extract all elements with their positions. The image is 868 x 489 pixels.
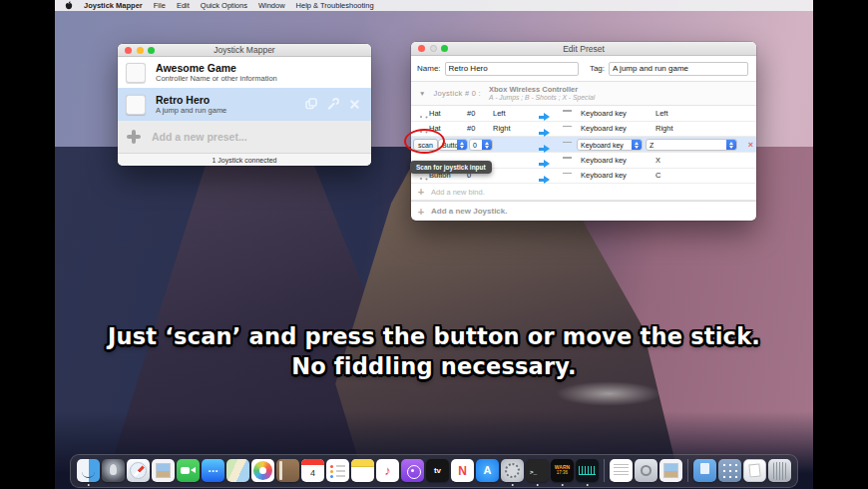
name-tag-row: Name: Tag: — [411, 56, 756, 82]
running-indicator-dot — [87, 484, 90, 487]
delete-bind-icon[interactable]: × — [748, 140, 753, 150]
output-value: Right — [655, 124, 756, 133]
running-indicator-dot — [511, 484, 514, 487]
dock-contacts-icon[interactable] — [276, 459, 299, 482]
duplicate-preset-icon[interactable] — [305, 96, 317, 114]
dock-music-icon[interactable]: ♪ — [376, 459, 399, 482]
dock-reminders-icon[interactable] — [326, 459, 349, 482]
menu-item-quick-options[interactable]: Quick Options — [201, 1, 247, 10]
dock-disk-utility-icon[interactable] — [635, 459, 657, 482]
output-device: Keyboard key — [581, 109, 655, 118]
dock-calendar-icon[interactable]: 4 — [301, 459, 324, 482]
output-device: Keyboard key — [581, 156, 655, 165]
add-bind-plus-icon: + — [411, 186, 431, 198]
preset-name: Awesome Game — [156, 62, 277, 74]
running-indicator-dot — [536, 484, 539, 487]
dock-trash-icon[interactable] — [768, 459, 791, 482]
caption-line-1: Just ‘scan’ and press the button or move… — [55, 321, 813, 351]
add-joystick-plus-icon: + — [411, 206, 431, 218]
chevron-down-icon[interactable]: ▼ — [419, 90, 425, 97]
output-key-popup[interactable]: Z — [646, 139, 737, 151]
menu-app-name[interactable]: Joystick Mapper — [84, 1, 143, 10]
dock-notes-icon[interactable] — [351, 459, 374, 482]
menu-item-file[interactable]: File — [154, 1, 166, 10]
dock-retro-game-icon[interactable]: WARN17:36 — [551, 459, 574, 482]
dock-applications-folder-icon[interactable] — [718, 459, 741, 482]
add-bind-row[interactable]: + Add a new bind. — [411, 184, 756, 201]
preset-row-awesome-game[interactable]: Awesome Game Controller Name or other in… — [118, 57, 371, 88]
running-indicator-dot — [561, 484, 564, 487]
input-index-popup[interactable]: 0 — [469, 139, 493, 151]
menu-bar: Joystick Mapper File Edit Quick Options … — [55, 0, 813, 11]
dock-system-preferences-icon[interactable] — [501, 459, 524, 482]
popup-stepper-icon — [457, 139, 467, 151]
edit-preset-wrench-icon[interactable] — [327, 96, 339, 114]
preset-thumbnail — [126, 95, 146, 115]
output-value: X — [655, 156, 756, 165]
bind-row-hat-left[interactable]: Hat #0 Left Keyboard key Left — [411, 106, 756, 122]
dock-podcasts-icon[interactable] — [401, 459, 424, 482]
dock-launchpad-icon[interactable] — [102, 459, 125, 482]
output-device-popup[interactable]: Keyboard key — [577, 139, 643, 151]
preset-thumbnail — [126, 63, 146, 83]
input-type: Hat — [429, 109, 467, 118]
dock-finder-icon[interactable] — [77, 459, 100, 482]
dock-separator — [687, 459, 688, 482]
popup-stepper-icon — [482, 139, 492, 151]
edit-window-titlebar[interactable]: Edit Preset — [411, 42, 756, 56]
preset-window-titlebar[interactable]: Joystick Mapper — [118, 44, 371, 57]
add-preset-label: Add a new preset... — [152, 131, 247, 143]
dock-activity-monitor-icon[interactable] — [576, 459, 599, 482]
dock-textedit-icon[interactable] — [610, 459, 633, 482]
dock-tv-icon[interactable]: tv — [426, 459, 449, 482]
preset-tag-input[interactable] — [609, 62, 748, 76]
dock-pictures-icon[interactable] — [659, 459, 682, 482]
dock-facetime-icon[interactable] — [177, 459, 200, 482]
dock-maps-icon[interactable] — [226, 459, 249, 482]
input-index: #0 — [467, 109, 493, 118]
joystick-number-label: Joystick # 0 : — [433, 89, 481, 98]
menu-item-edit[interactable]: Edit — [177, 1, 190, 10]
preset-row-retro-hero-selected[interactable]: Retro Hero A jump and run game — [118, 88, 371, 121]
add-bind-label: Add a new bind. — [431, 188, 485, 197]
bind-row-selected-scan[interactable]: scan Button 0 Keyboard key Z × — [411, 137, 756, 153]
dock-downloads-folder-icon[interactable] — [693, 459, 716, 482]
caption-line-2: No fiddling necessary. — [55, 351, 813, 381]
dock-messages-icon[interactable]: … — [202, 459, 224, 482]
output-device: Keyboard key — [581, 171, 655, 180]
dock-terminal-icon[interactable]: >_ — [526, 459, 549, 482]
add-preset-plus-icon — [126, 129, 142, 145]
add-joystick-row[interactable]: + Add a new Joystick. — [411, 201, 756, 221]
zoom-button[interactable] — [148, 47, 155, 54]
dock-safari-icon[interactable] — [127, 459, 150, 482]
preset-name-input[interactable] — [445, 62, 579, 76]
dock-preview-icon[interactable] — [152, 459, 175, 482]
close-button[interactable] — [418, 45, 425, 52]
minimize-button-disabled — [430, 45, 437, 52]
joystick-status-bar: 1 Joystick connected — [118, 153, 371, 166]
preset-description: Controller Name or other information — [156, 74, 277, 83]
controller-notes: A - Jumps ; B - Shoots ; X - Special — [489, 94, 595, 102]
dock-separator — [604, 459, 605, 482]
popup-stepper-icon — [632, 139, 642, 151]
close-button[interactable] — [125, 47, 132, 54]
dock-news-icon[interactable]: N — [451, 459, 474, 482]
dock-documents-stack-icon[interactable] — [743, 459, 766, 482]
dock-photos-icon[interactable] — [251, 459, 274, 482]
zoom-button[interactable] — [441, 45, 448, 52]
minimize-button[interactable] — [137, 47, 144, 54]
bind-row-hat-right[interactable]: Hat #0 Right Keyboard key Right — [411, 122, 756, 138]
input-value: Right — [493, 124, 539, 133]
joystick-mapper-window: Joystick Mapper Awesome Game Controller … — [118, 44, 371, 166]
dock-appstore-icon[interactable]: A — [476, 459, 499, 482]
menu-item-window[interactable]: Window — [258, 1, 285, 10]
edit-preset-window: Edit Preset Name: Tag: ▼ Joystick # 0 : … — [411, 42, 756, 221]
apple-menu-icon[interactable] — [65, 1, 73, 10]
preset-name: Retro Hero — [156, 94, 226, 106]
delete-preset-x-icon[interactable] — [349, 96, 360, 114]
joystick-section-header[interactable]: ▼ Joystick # 0 : Xbox Wireless Controlle… — [411, 82, 756, 106]
menu-item-help[interactable]: Help & Troubleshooting — [296, 1, 374, 10]
scan-tooltip: Scan for joystick input — [410, 161, 492, 174]
add-preset-row[interactable]: Add a new preset... — [118, 121, 371, 153]
tag-label: Tag: — [590, 64, 605, 73]
